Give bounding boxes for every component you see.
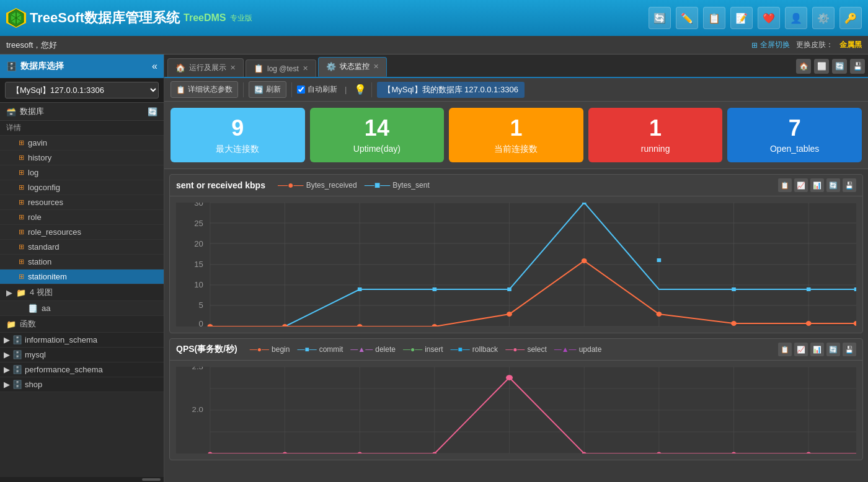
db-select[interactable]: 【MySql】127.0.0.1:3306 — [5, 82, 159, 99]
svg-text:0: 0 — [199, 320, 203, 326]
tab-icon-save-btn[interactable]: 💾 — [850, 59, 865, 74]
db-section-icon: 🗃️ — [6, 107, 16, 116]
chart-icon-save-qps[interactable]: 💾 — [843, 343, 856, 356]
tree-item-label: stationitem — [28, 272, 67, 281]
tab-run-display[interactable]: 🏠 运行及展示 ✕ — [167, 58, 244, 77]
detail-icon: 📋 — [176, 85, 185, 94]
chart-title-qps: QPS(事务数/秒) — [176, 344, 237, 355]
table-icon: ⊞ — [19, 243, 24, 251]
fullscreen-label: 全屏切换 — [760, 40, 790, 50]
stat-label-curr-conn: 当前连接数 — [456, 144, 576, 155]
func-icon: 📁 — [6, 320, 16, 329]
tree-item-label: resources — [28, 198, 63, 207]
expand-icon: ▶ — [4, 365, 10, 374]
tree-item-resources[interactable]: ⊞ resources — [0, 195, 164, 210]
top-icon-key[interactable]: 🔑 — [839, 7, 862, 29]
tree-item-history[interactable]: ⊞ history — [0, 151, 164, 165]
tab-icon-refresh-btn[interactable]: 🔄 — [832, 59, 847, 74]
main-layout: 🗄️ 数据库选择 « 【MySql】127.0.0.1:3306 🗃️ 数据库 … — [0, 55, 868, 482]
table-icon: ⊞ — [19, 183, 24, 191]
tree-item-standard[interactable]: ⊞ standard — [0, 240, 164, 255]
legend-received-label: Bytes_received — [306, 181, 357, 190]
svg-point-52 — [507, 312, 512, 317]
logo-edition: 专业版 — [230, 13, 252, 24]
tree-item-role-resources[interactable]: ⊞ role_resources — [0, 225, 164, 240]
chart-icon-refresh[interactable]: 🔄 — [826, 178, 840, 192]
tree-item-stationitem[interactable]: ⊞ stationitem — [0, 269, 164, 284]
tab-status-monitor[interactable]: ⚙️ 状态监控 ✕ — [318, 57, 387, 77]
toolbar-btn-refresh[interactable]: 🔄 刷新 — [249, 81, 286, 98]
stat-value-uptime: 14 — [317, 115, 437, 141]
top-icon-table[interactable]: 📋 — [703, 7, 725, 29]
top-icon-heart[interactable]: ❤️ — [758, 7, 780, 29]
tab-icon-fullscreen-btn[interactable]: ⬜ — [814, 59, 829, 74]
tree-item-log[interactable]: ⊞ log — [0, 165, 164, 180]
top-icon-user[interactable]: 👤 — [785, 7, 807, 29]
top-icon-settings[interactable]: ⚙️ — [812, 7, 835, 29]
sidebar: 🗄️ 数据库选择 « 【MySql】127.0.0.1:3306 🗃️ 数据库 … — [0, 55, 164, 482]
db-group-icon: 🗄️ — [12, 380, 22, 389]
chart-icon-refresh-qps[interactable]: 🔄 — [826, 343, 840, 356]
chart-icon-table[interactable]: 📋 — [778, 178, 792, 192]
legend-insert-icon: —●— — [403, 345, 422, 354]
chart-icon-save[interactable]: 💾 — [843, 178, 856, 192]
auto-refresh-checkbox[interactable] — [297, 85, 305, 94]
tab-close-btn[interactable]: ✕ — [373, 63, 379, 71]
legend-begin-icon: —●— — [250, 345, 269, 354]
fullscreen-btn[interactable]: ⊞ 全屏切换 — [751, 40, 790, 50]
svg-rect-43 — [582, 203, 587, 204]
legend-select-icon: —●— — [505, 345, 525, 354]
tree-item-gavin[interactable]: ⊞ gavin — [0, 136, 164, 151]
top-icon-bar: 🔄 ✏️ 📋 📝 ❤️ 👤 ⚙️ 🔑 — [649, 7, 862, 29]
tab-icon-home-btn[interactable]: 🏠 — [796, 59, 811, 74]
legend-update-icon: —▲— — [554, 345, 577, 354]
tab-log[interactable]: 📋 log @test ✕ — [246, 59, 316, 77]
refresh-icon: 🔄 — [254, 85, 264, 94]
chart-icon-table-qps[interactable]: 📋 — [778, 343, 792, 356]
chart-icon-bar-qps[interactable]: 📊 — [810, 343, 824, 356]
toolbar-btn-detail[interactable]: 📋 详细状态参数 — [170, 81, 238, 98]
tab-close-btn[interactable]: ✕ — [303, 64, 308, 72]
chart-icons-kbps: 📋 📈 📊 🔄 💾 — [778, 178, 856, 192]
db-refresh-icon[interactable]: 🔄 — [148, 107, 157, 116]
top-icon-refresh[interactable]: 🔄 — [649, 7, 671, 29]
tree-item-view-aa[interactable]: 🗒️ aa — [0, 301, 164, 316]
stats-row: 9 最大连接数 14 Uptime(day) 1 当前连接数 1 running… — [164, 102, 868, 169]
chart-icon-bar[interactable]: 📊 — [810, 178, 824, 192]
tree-item-role[interactable]: ⊞ role — [0, 210, 164, 225]
chart-icon-line-qps[interactable]: 📈 — [794, 343, 808, 356]
svg-text:25: 25 — [194, 220, 203, 228]
tree-group-functions[interactable]: 📁 函数 — [0, 316, 164, 333]
chart-header-qps: QPS(事务数/秒) —●— begin —■— commit —▲— dele — [170, 339, 862, 361]
legend-insert: —●— insert — [403, 345, 443, 354]
toolbar-auto-refresh[interactable]: 自动刷新 — [297, 84, 337, 95]
legend-sent-icon: —■— — [365, 180, 391, 191]
tree-group-perf-schema[interactable]: ▶ 🗄️ performance_schema — [0, 362, 164, 377]
collapse-icon[interactable]: « — [152, 61, 157, 72]
tree-group-views[interactable]: ▶ 📁 4 视图 — [0, 284, 164, 301]
tab-close-btn[interactable]: ✕ — [230, 64, 236, 72]
svg-text:2.5: 2.5 — [192, 367, 204, 371]
tree-group-mysql[interactable]: ▶ 🗄️ mysql — [0, 348, 164, 362]
legend-begin-label: begin — [272, 345, 290, 354]
chart-svg-kbps: 30 25 20 15 10 5 0 — [176, 203, 856, 326]
top-icon-edit[interactable]: ✏️ — [676, 7, 698, 29]
top-icon-doc[interactable]: 📝 — [730, 7, 753, 29]
tree-item-logconfig[interactable]: ⊞ logconfig — [0, 180, 164, 195]
svg-text:2.0: 2.0 — [192, 406, 204, 413]
legend-rollback-label: rollback — [472, 345, 498, 354]
chart-icon-line[interactable]: 📈 — [794, 178, 808, 192]
tree-group-shop[interactable]: ▶ 🗄️ shop — [0, 377, 164, 392]
tree-item-label: aa — [42, 304, 50, 313]
stat-value-curr-conn: 1 — [456, 115, 576, 141]
svg-rect-42 — [507, 287, 512, 291]
toolbar: 📋 详细状态参数 🔄 刷新 自动刷新 | 💡 【MySql】我的数据库 127.… — [164, 78, 868, 102]
svg-text:20: 20 — [194, 240, 203, 248]
legend-rollback-icon: —■— — [451, 345, 470, 354]
tree-item-station[interactable]: ⊞ station — [0, 255, 164, 269]
tree-group-info-schema[interactable]: ▶ 🗄️ information_schema — [0, 333, 164, 348]
tab-label: 状态监控 — [340, 61, 370, 72]
chart-legend-qps: —●— begin —■— commit —▲— delete —●— — [250, 345, 778, 354]
svg-rect-41 — [433, 287, 437, 291]
view-icon: 🗒️ — [28, 304, 38, 313]
